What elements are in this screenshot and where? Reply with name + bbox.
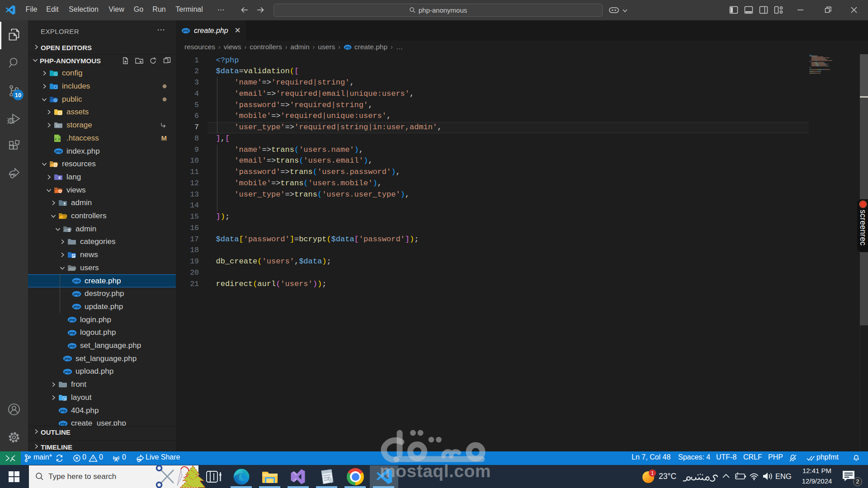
- svg-text:php: php: [64, 370, 71, 374]
- svg-text:php: php: [69, 331, 75, 335]
- svg-text:php: php: [69, 344, 75, 348]
- svg-text:php: php: [64, 357, 71, 361]
- svg-text:php: php: [60, 408, 66, 413]
- svg-text:php: php: [73, 279, 80, 283]
- svg-text:php: php: [60, 422, 66, 426]
- svg-text:php: php: [73, 292, 80, 296]
- svg-text:1: 1: [651, 470, 654, 476]
- svg-text:php: php: [183, 29, 189, 33]
- svg-text:php: php: [344, 45, 350, 49]
- svg-text:php: php: [55, 149, 62, 153]
- svg-text:php: php: [73, 305, 80, 309]
- svg-text:php: php: [69, 318, 75, 322]
